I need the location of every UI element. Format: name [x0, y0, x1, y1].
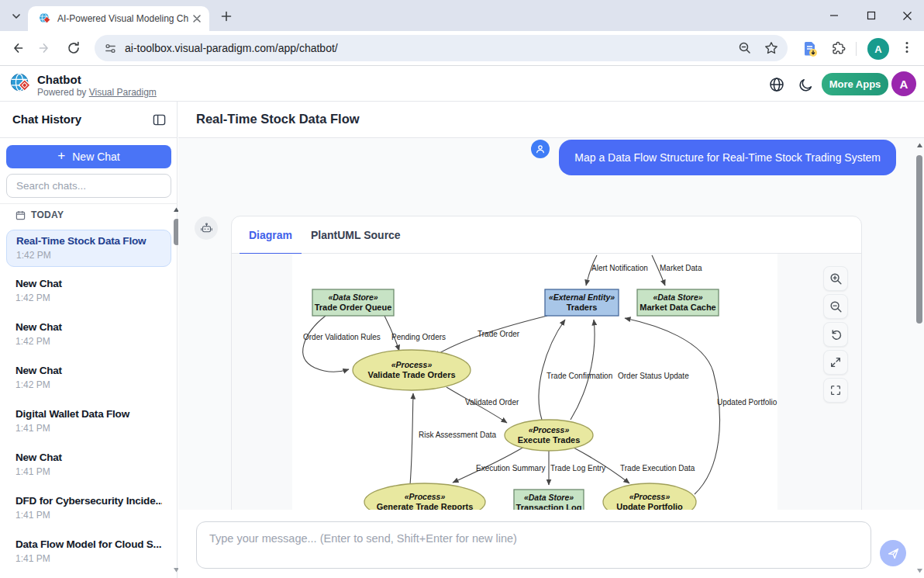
browser-toolbar: ai-toolbox.visual-paradigm.com/app/chatb…	[0, 31, 924, 66]
main-scrollbar[interactable]	[915, 138, 924, 578]
message-input-area: Type your message... (Enter to send, Shi…	[178, 510, 924, 578]
message-input[interactable]: Type your message... (Enter to send, Shi…	[196, 521, 871, 569]
diagram-edge-label: Alert Notification	[591, 264, 648, 272]
scroll-up-arrow[interactable]	[916, 142, 923, 149]
user-message-bubble: Map a Data Flow Structure for Real-Time …	[559, 140, 896, 175]
person-icon	[534, 143, 546, 155]
diagram-edge-label: Risk Assessment Data	[419, 431, 496, 439]
more-apps-button[interactable]: More Apps	[822, 73, 888, 95]
chat-item-title: New Chat	[16, 365, 162, 376]
bookmark-star-icon[interactable]	[764, 41, 778, 55]
window-minimize-button[interactable]	[816, 0, 852, 31]
chat-item-title: Data Flow Model for Cloud S...	[16, 538, 162, 550]
chat-item-time: 1:42 PM	[16, 336, 162, 347]
svg-text:«Process»: «Process»	[529, 425, 570, 434]
site-settings-icon[interactable]	[104, 42, 117, 55]
diagram-node-datastore: «Data Store»Trade Order Queue	[312, 289, 394, 316]
svg-text:«External Entity»: «External Entity»	[549, 292, 615, 302]
chat-list-item[interactable]: Digital Wallet Data Flow1:41 PM	[6, 403, 171, 441]
diagram-node-external: «External Entity»Traders	[545, 289, 619, 316]
diagram-edge-label: Trade Order	[478, 330, 520, 338]
diagram-edge-label: Market Data	[660, 264, 702, 272]
diagram-node-process: «Process»Validate Trade Orders	[353, 350, 471, 390]
conversation-header: Real-Time Stock Data Flow	[178, 102, 924, 138]
tab-plantuml-source[interactable]: PlantUML Source	[306, 216, 405, 254]
diagram-edge-label: Pending Orders	[391, 333, 446, 341]
zoom-out-button[interactable]	[823, 294, 848, 319]
chat-item-title: New Chat	[16, 452, 162, 463]
diagram-node-datastore: «Data Store»Market Data Cache	[637, 289, 719, 316]
chat-list-item[interactable]: New Chat1:42 PM	[6, 317, 171, 354]
zoom-indicator-icon[interactable]	[738, 41, 752, 55]
sidebar: Chat History +New Chat Search chats... T…	[0, 102, 178, 578]
diagram-node-datastore: «Data Store»Transaction Log	[514, 490, 584, 510]
chat-item-title: Digital Wallet Data Flow	[16, 408, 162, 420]
chat-list-item[interactable]: Real-Time Stock Data Flow1:42 PM	[6, 230, 171, 267]
diagram-edge-label: Trade Log Entry	[550, 464, 605, 472]
browser-profile-avatar[interactable]: A	[867, 38, 889, 60]
diagram-edge-label: Execution Summary	[476, 464, 545, 472]
calendar-icon	[16, 210, 26, 220]
svg-text:Validate Trade Orders: Validate Trade Orders	[367, 370, 455, 379]
window-close-button[interactable]	[889, 0, 924, 31]
chat-history-title: Chat History	[12, 112, 81, 126]
sidebar-collapse-icon[interactable]	[150, 111, 167, 128]
chat-list-item[interactable]: New Chat1:42 PM	[6, 360, 171, 397]
address-bar[interactable]: ai-toolbox.visual-paradigm.com/app/chatb…	[95, 35, 788, 61]
chat-item-title: New Chat	[16, 278, 162, 289]
language-globe-icon[interactable]	[769, 77, 784, 92]
tab-search-chevron[interactable]	[6, 7, 26, 26]
fullscreen-button[interactable]	[823, 378, 848, 403]
tab-close-icon[interactable]	[191, 12, 203, 25]
svg-text:«Process»: «Process»	[391, 360, 433, 369]
user-message-row: Map a Data Flow Structure for Real-Time …	[531, 140, 896, 175]
new-chat-button[interactable]: +New Chat	[6, 145, 171, 168]
chat-item-time: 1:41 PM	[16, 553, 162, 564]
diagram-edge-label: Trade Confirmation	[546, 372, 612, 380]
reload-button[interactable]	[63, 37, 84, 59]
chat-list-item[interactable]: DFD for Cybersecurity Incide...1:41 PM	[6, 490, 171, 528]
scrollbar-thumb[interactable]	[916, 155, 922, 324]
chevron-down-icon	[11, 11, 22, 22]
user-message-avatar	[531, 140, 550, 158]
favicon-visual-paradigm	[39, 12, 51, 25]
forward-button[interactable]	[34, 37, 56, 59]
chat-item-time: 1:42 PM	[16, 292, 162, 303]
reset-view-button[interactable]	[823, 322, 848, 347]
zoom-in-button[interactable]	[823, 266, 848, 291]
download-doc-icon[interactable]	[802, 40, 819, 57]
diagram-edge-label: Validated Order	[465, 398, 519, 407]
browser-menu-icon[interactable]	[900, 40, 914, 54]
chat-list-item[interactable]: New Chat1:41 PM	[6, 447, 171, 484]
extensions-puzzle-icon[interactable]	[830, 40, 846, 56]
chat-list-item[interactable]: New Chat1:42 PM	[6, 273, 171, 310]
url-text[interactable]: ai-toolbox.visual-paradigm.com/app/chatb…	[125, 42, 738, 54]
send-plane-icon	[887, 547, 900, 560]
conversation-title: Real-Time Stock Data Flow	[196, 112, 360, 126]
chat-list: Real-Time Stock Data Flow1:42 PMNew Chat…	[6, 230, 171, 577]
svg-text:Update Portfolio: Update Portfolio	[616, 502, 683, 510]
search-chats-input[interactable]: Search chats...	[6, 174, 171, 198]
svg-text:Transaction Log: Transaction Log	[516, 503, 582, 510]
new-tab-button[interactable]	[219, 9, 234, 24]
svg-text:«Data Store»: «Data Store»	[524, 493, 574, 502]
browser-tab[interactable]: AI-Powered Visual Modeling Ch	[28, 6, 209, 31]
robot-icon	[200, 222, 213, 235]
chat-item-title: New Chat	[16, 321, 162, 333]
send-button[interactable]	[880, 540, 906, 566]
scroll-down-arrow[interactable]	[916, 567, 923, 574]
svg-text:«Data Store»: «Data Store»	[653, 292, 702, 302]
powered-by: Powered by Visual Paradigm	[37, 87, 157, 98]
window-maximize-button[interactable]	[853, 0, 889, 31]
expand-button[interactable]	[823, 350, 848, 375]
diagram-viewer: «Data Store»Trade Order Queue«External E…	[232, 254, 861, 510]
chat-list-item[interactable]: Data Flow Model for Cloud S...1:41 PM	[6, 534, 171, 571]
dark-mode-moon-icon[interactable]	[798, 77, 813, 92]
chat-item-time: 1:42 PM	[16, 250, 161, 261]
svg-text:Traders: Traders	[567, 303, 598, 312]
toolbar-separator	[856, 42, 857, 56]
tab-diagram[interactable]: Diagram	[240, 216, 302, 254]
user-profile-avatar[interactable]: A	[891, 71, 916, 96]
visual-paradigm-link[interactable]: Visual Paradigm	[89, 87, 157, 98]
back-button[interactable]	[6, 37, 28, 59]
